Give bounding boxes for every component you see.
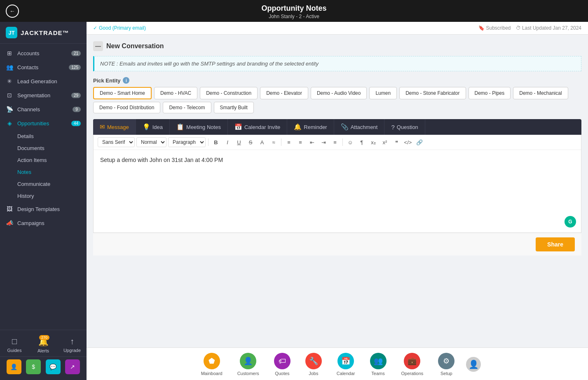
top-header: ← Opportunity Notes John Stanly - 2 - Ac… — [0, 0, 588, 22]
indent-btn[interactable]: ⇤ — [307, 137, 317, 147]
sidebar-item-accounts[interactable]: ⊞ Accounts 21 — [0, 46, 87, 60]
editor-body[interactable]: Setup a demo with John on 31st Jan at 4:… — [94, 150, 581, 232]
section-header: — New Conversation — [93, 41, 581, 51]
tab-idea-label: Idea — [152, 124, 163, 130]
tab-question[interactable]: ? Question — [384, 120, 425, 135]
quote-btn[interactable]: ❝ — [391, 137, 401, 147]
tab-message[interactable]: ✉ Message — [93, 119, 136, 135]
upgrade-btn[interactable]: ↑ Upgrade — [58, 333, 87, 357]
design-templates-label: Design Templates — [17, 206, 60, 212]
entity-btn-smartly-built[interactable]: Smartly Built — [214, 102, 254, 113]
tab-mainboard[interactable]: ⬟ Mainboard — [194, 351, 230, 378]
paragraph-mark-btn[interactable]: ¶ — [357, 137, 367, 147]
opportunities-badge: 44 — [71, 121, 81, 126]
pick-entity-label: Pick Entity i — [93, 77, 581, 84]
sidebar-item-lead-generation[interactable]: ✳ Lead Generation — [0, 74, 87, 88]
tab-meeting-notes[interactable]: 📋 Meeting Notes — [170, 119, 228, 135]
tab-reminder[interactable]: 🔔 Reminder — [287, 119, 334, 135]
highlight-btn[interactable]: ≈ — [269, 137, 279, 147]
segmentation-icon: ⊡ — [6, 92, 13, 99]
alerts-btn[interactable]: 🔔 270 Alerts — [29, 333, 58, 357]
status-right: 🔖 Subscribed ⏱ Last Updated Jan 27, 2024 — [478, 25, 581, 31]
back-button[interactable]: ← — [6, 5, 19, 18]
tab-attachment-label: Attachment — [351, 124, 378, 130]
tab-operations[interactable]: 💼 Operations — [394, 351, 431, 378]
subscript-btn[interactable]: x₂ — [368, 137, 378, 147]
tab-customers[interactable]: 👤 Customers — [230, 351, 267, 378]
font-size-select[interactable]: Normal — [136, 137, 166, 147]
tab-teams[interactable]: 👥 Teams — [363, 351, 394, 378]
quotes-icon: 🏷 — [274, 353, 290, 369]
italic-btn[interactable]: I — [223, 137, 232, 147]
entity-btn-pipes[interactable]: Demo - Pipes — [469, 87, 511, 99]
user-avatar-icon[interactable]: 👤 — [7, 359, 21, 374]
align-btn[interactable]: ≡ — [330, 137, 340, 147]
entity-btn-elevator[interactable]: Demo - Elevator — [260, 87, 308, 99]
paragraph-select[interactable]: Paragraph — [168, 137, 206, 147]
underline-btn[interactable]: U — [234, 137, 244, 147]
last-updated: ⏱ Last Updated Jan 27, 2024 — [516, 25, 581, 31]
dollar-icon[interactable]: $ — [26, 359, 41, 374]
outdent-btn[interactable]: ⇥ — [319, 137, 328, 147]
sub-nav-communicate[interactable]: Communicate — [0, 178, 87, 190]
link-btn[interactable]: 🔗 — [415, 137, 424, 147]
user-avatar-corner[interactable]: 👤 — [466, 357, 481, 372]
email-status: ✓ Good (Primary email) — [93, 25, 146, 31]
entity-btn-audio-video[interactable]: Demo - Audio Video — [311, 87, 367, 99]
entity-btn-mechanical[interactable]: Demo - Mechanical — [513, 87, 568, 99]
entity-btn-hvac[interactable]: Demo - HVAC — [154, 87, 197, 99]
share-icon[interactable]: ↗ — [65, 359, 80, 374]
tab-idea[interactable]: 💡 Idea — [136, 119, 170, 135]
emoji-btn[interactable]: ☺ — [345, 137, 355, 147]
guides-btn[interactable]: □ Guides — [0, 333, 29, 357]
ul-btn[interactable]: ≡ — [284, 137, 294, 147]
sidebar-item-contacts[interactable]: 👥 Contacts 125 — [0, 60, 87, 74]
tab-calendar-invite-label: Calendar Invite — [244, 124, 280, 130]
entity-btn-stone-fabricator[interactable]: Demo - Stone Fabricator — [399, 87, 466, 99]
entity-btn-telecom[interactable]: Demo - Telecom — [163, 102, 211, 113]
guides-label: Guides — [7, 348, 22, 353]
sub-nav-action-items[interactable]: Action Items — [0, 154, 87, 166]
sidebar-item-segmentation[interactable]: ⊡ Segmentation 29 — [0, 88, 87, 102]
ol-btn[interactable]: ≡ — [295, 137, 305, 147]
entity-btn-food-distribution[interactable]: Demo - Food Distribution — [93, 102, 160, 113]
tab-jobs[interactable]: 🔧 Jobs — [298, 351, 329, 378]
entity-btn-lumen[interactable]: Lumen — [369, 87, 397, 99]
entity-btn-construction[interactable]: Demo - Construction — [200, 87, 258, 99]
alerts-label: Alerts — [37, 348, 49, 353]
sub-nav-history[interactable]: History — [0, 190, 87, 202]
tab-calendar-invite[interactable]: 📅 Calendar Invite — [228, 119, 287, 135]
main-layout: JT JACKTRADE™ ⊞ Accounts 21 👥 Contacts 1… — [0, 22, 588, 380]
note-box: NOTE : Emails and invites will go with t… — [93, 56, 581, 71]
tab-calendar[interactable]: 📅 Calendar — [329, 351, 363, 378]
strikethrough-btn[interactable]: S — [246, 137, 255, 147]
share-button[interactable]: Share — [536, 237, 575, 251]
sidebar-item-design-templates[interactable]: 🖼 Design Templates — [0, 202, 87, 216]
chat-icon[interactable]: 💬 — [46, 359, 61, 374]
code-btn[interactable]: </> — [403, 137, 413, 147]
entity-btn-smart-home[interactable]: Demo - Smart Home — [93, 87, 152, 99]
bold-btn[interactable]: B — [211, 137, 221, 147]
sub-nav-notes[interactable]: Notes — [0, 166, 87, 178]
guides-icon: □ — [12, 337, 17, 346]
toolbar-sep-3 — [342, 138, 343, 146]
tab-attachment[interactable]: 📎 Attachment — [334, 119, 385, 135]
tab-setup[interactable]: ⚙ Setup — [431, 351, 462, 378]
sidebar-item-channels[interactable]: 📡 Channels 9 — [0, 102, 87, 116]
text-color-btn[interactable]: A — [257, 137, 267, 147]
logo-text: JACKTRADE™ — [21, 29, 69, 36]
question-icon: ? — [391, 124, 394, 131]
sidebar-item-campaigns[interactable]: 📣 Campaigns — [0, 216, 87, 230]
upgrade-icon: ↑ — [70, 337, 74, 346]
sidebar-item-opportunities[interactable]: ◈ Opportunities 44 — [0, 116, 87, 130]
font-family-select[interactable]: Sans Serif — [98, 137, 135, 147]
idea-icon: 💡 — [143, 123, 150, 131]
bottom-tabs: ⬟ Mainboard 👤 Customers 🏷 Quotes 🔧 Jobs … — [87, 347, 588, 380]
sub-nav-documents[interactable]: Documents — [0, 142, 87, 154]
message-icon: ✉ — [100, 123, 105, 131]
superscript-btn[interactable]: x² — [380, 137, 390, 147]
sub-nav-details[interactable]: Details — [0, 130, 87, 142]
reminder-icon: 🔔 — [294, 123, 302, 131]
accounts-icon: ⊞ — [6, 50, 13, 56]
tab-quotes[interactable]: 🏷 Quotes — [267, 351, 298, 378]
